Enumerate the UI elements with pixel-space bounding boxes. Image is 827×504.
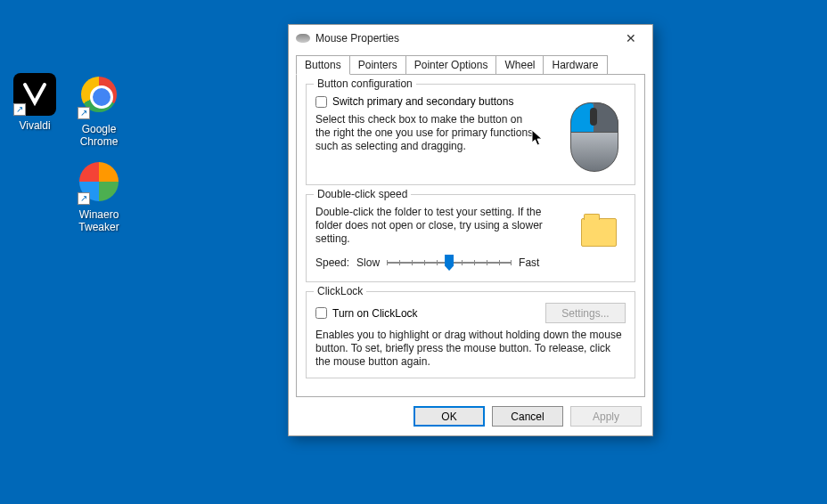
fast-label: Fast — [519, 256, 539, 269]
slider-thumb[interactable] — [445, 255, 454, 271]
group-clicklock: ClickLock Turn on ClickLock Settings... … — [306, 291, 635, 378]
shortcut-arrow-icon: ↗ — [78, 107, 90, 119]
switch-buttons-checkbox-row[interactable]: Switch primary and secondary buttons — [315, 95, 554, 108]
slow-label: Slow — [356, 256, 380, 269]
desktop-icon-vivaldi[interactable]: ↗ Vivaldi — [4, 73, 66, 132]
desktop-icon-label: Winaero Tweaker — [68, 208, 130, 233]
tab-pointers[interactable]: Pointers — [349, 55, 406, 74]
speed-label: Speed: — [315, 256, 349, 269]
shortcut-arrow-icon: ↗ — [13, 103, 26, 116]
doubleclick-desc: Double-click the folder to test your set… — [315, 206, 563, 246]
titlebar[interactable]: Mouse Properties ✕ — [289, 25, 652, 52]
group-legend: Double-click speed — [314, 188, 411, 200]
group-legend: ClickLock — [314, 285, 366, 297]
tab-buttons[interactable]: Buttons — [296, 55, 350, 75]
cancel-button[interactable]: Cancel — [492, 406, 563, 427]
clicklock-checkbox-row[interactable]: Turn on ClickLock — [315, 307, 418, 320]
group-double-click-speed: Double-click speed Double-click the fold… — [306, 194, 635, 282]
button-config-desc: Select this check box to make the button… — [315, 113, 534, 153]
dialog-button-row: OK Cancel Apply — [289, 397, 652, 435]
mouse-icon — [296, 34, 310, 43]
desktop-icon-label: Vivaldi — [4, 119, 66, 132]
desktop-icon-label: Google Chrome — [68, 123, 130, 148]
clicklock-desc: Enables you to highlight or drag without… — [315, 329, 626, 369]
group-legend: Button configuration — [314, 77, 416, 90]
folder-icon — [581, 218, 617, 247]
close-icon: ✕ — [626, 31, 636, 45]
chrome-icon: ↗ — [78, 77, 120, 119]
clicklock-label: Turn on ClickLock — [332, 307, 418, 320]
clicklock-settings-button: Settings... — [545, 303, 626, 323]
clicklock-checkbox[interactable] — [315, 307, 327, 319]
tab-strip: Buttons Pointers Pointer Options Wheel H… — [296, 55, 645, 74]
group-button-configuration: Button configuration Switch primary and … — [306, 84, 635, 185]
tab-wheel[interactable]: Wheel — [495, 55, 544, 74]
desktop-icon-winaero[interactable]: ↗ Winaero Tweaker — [68, 160, 130, 233]
close-button[interactable]: ✕ — [613, 26, 649, 51]
tab-hardware[interactable]: Hardware — [543, 55, 607, 74]
test-folder[interactable] — [572, 206, 626, 259]
winaero-icon: ↗ — [78, 162, 120, 205]
desktop-icon-chrome[interactable]: ↗ Google Chrome — [68, 73, 130, 148]
doubleclick-speed-slider[interactable] — [387, 253, 512, 272]
tab-panel-buttons: Button configuration Switch primary and … — [296, 74, 645, 397]
window-title: Mouse Properties — [315, 32, 613, 45]
apply-button: Apply — [570, 406, 642, 427]
mouse-illustration — [563, 95, 626, 175]
ok-button[interactable]: OK — [414, 406, 485, 427]
vivaldi-icon: ↗ — [13, 73, 56, 116]
tab-pointer-options[interactable]: Pointer Options — [405, 55, 497, 74]
mouse-properties-dialog: Mouse Properties ✕ Buttons Pointers Poin… — [288, 24, 653, 436]
shortcut-arrow-icon: ↗ — [78, 192, 90, 205]
switch-buttons-label: Switch primary and secondary buttons — [332, 95, 513, 108]
switch-buttons-checkbox[interactable] — [315, 96, 327, 108]
